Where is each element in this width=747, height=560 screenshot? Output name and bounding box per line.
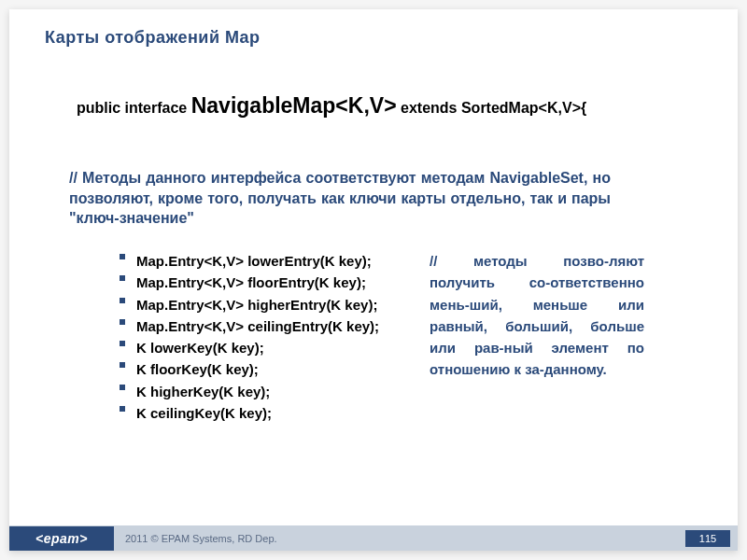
method-list: Map.Entry<K,V> lowerEntry(K key); Map.En… [120, 250, 418, 424]
decl-name: NavigableMap [191, 93, 336, 118]
list-item: K lowerKey(K key); [120, 337, 418, 358]
footer-copyright: 2011 © EPAM Systems, RD Dep. [114, 526, 738, 551]
list-item: Map.Entry<K,V> floorEntry(K key); [120, 272, 418, 293]
page-number: 115 [685, 530, 730, 547]
list-item: Map.Entry<K,V> ceilingEntry(K key); [120, 315, 418, 337]
list-item: K higherKey(K key); [120, 381, 418, 402]
decl-extends: extends SortedMap<K,V> [397, 100, 581, 116]
list-item: Map.Entry<K,V> lowerEntry(K key); [120, 250, 418, 272]
list-item: K ceilingKey(K key); [120, 402, 418, 424]
list-item: K floorKey(K key); [120, 358, 418, 380]
decl-generics: <K,V> [335, 93, 396, 118]
epam-logo: <epam> [9, 526, 114, 551]
decl-prefix: public interface [77, 100, 191, 116]
intro-comment: // Методы данного интерфейса соответству… [69, 168, 611, 229]
footer: <epam> 2011 © EPAM Systems, RD Dep. [9, 526, 738, 551]
interface-declaration: public interface NavigableMap<K,V> exten… [77, 91, 599, 120]
side-comment: // методы позво-ляют получить со-ответст… [430, 250, 644, 381]
slide: Карты отображений Map public interface N… [9, 9, 738, 551]
slide-title: Карты отображений Map [45, 28, 260, 48]
decl-brace: { [581, 100, 586, 116]
list-item: Map.Entry<K,V> higherEntry(K key); [120, 294, 418, 315]
